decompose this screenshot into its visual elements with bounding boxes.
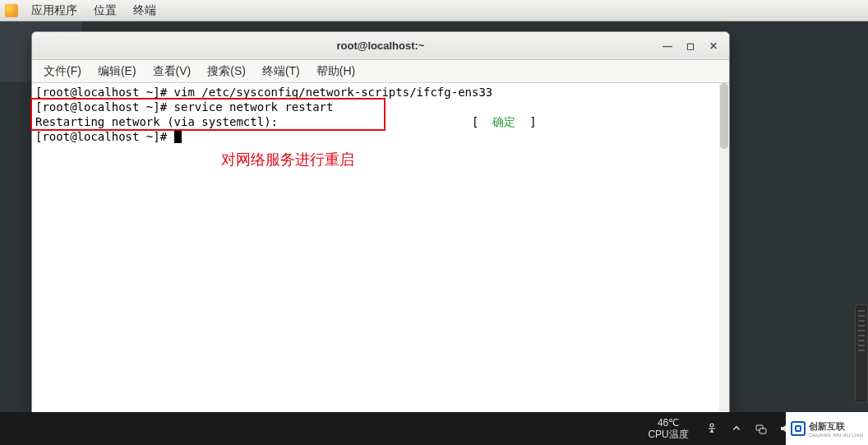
- terminal-window: root@localhost:~ — ◻ ✕ 文件(F) 编辑(E) 查看(V)…: [31, 31, 730, 443]
- chevron-up-icon[interactable]: [730, 422, 743, 435]
- temp-label: CPU温度: [648, 429, 688, 440]
- cpu-temp-widget[interactable]: 46℃ CPU温度: [648, 417, 688, 440]
- term-line-3: Restarting network (via systemctl): [ 确定…: [35, 114, 726, 129]
- menu-places[interactable]: 位置: [85, 3, 125, 18]
- watermark-text: 创新互联: [809, 420, 864, 433]
- window-titlebar[interactable]: root@localhost:~ — ◻ ✕: [32, 32, 729, 60]
- svg-rect-2: [760, 429, 766, 433]
- menu-edit[interactable]: 编辑(E): [90, 64, 145, 79]
- status-ok: 确定: [492, 115, 515, 128]
- svg-point-0: [710, 424, 713, 427]
- menu-view[interactable]: 查看(V): [145, 64, 200, 79]
- watermark-sub: CHUANG XIN HU LIAN: [809, 433, 864, 438]
- dock-handle[interactable]: [855, 304, 868, 403]
- temp-value: 46℃: [648, 417, 688, 429]
- menu-search[interactable]: 搜索(S): [199, 64, 254, 79]
- scroll-thumb[interactable]: [720, 83, 728, 149]
- cursor: [174, 131, 182, 143]
- watermark-logo-icon: [791, 421, 806, 436]
- menu-file[interactable]: 文件(F): [35, 64, 90, 79]
- close-button[interactable]: ✕: [708, 40, 719, 52]
- bottom-panel: 46℃ CPU温度 中 S 2: [0, 412, 868, 445]
- menu-terminal[interactable]: 终端: [125, 3, 164, 18]
- menu-terminal[interactable]: 终端(T): [254, 64, 308, 79]
- watermark: 创新互联 CHUANG XIN HU LIAN: [786, 412, 868, 445]
- menu-help[interactable]: 帮助(H): [308, 64, 363, 79]
- maximize-button[interactable]: ◻: [685, 40, 696, 52]
- terminal-menubar: 文件(F) 编辑(E) 查看(V) 搜索(S) 终端(T) 帮助(H): [32, 60, 729, 83]
- window-title: root@localhost:~: [337, 39, 425, 52]
- term-line-2: [root@localhost ~]# service network rest…: [35, 100, 726, 114]
- network-icon[interactable]: [755, 422, 768, 435]
- terminal-output[interactable]: [root@localhost ~]# vim /etc/sysconfig/n…: [32, 83, 729, 442]
- menu-applications[interactable]: 应用程序: [23, 3, 85, 18]
- term-line-1: [root@localhost ~]# vim /etc/sysconfig/n…: [35, 85, 726, 100]
- scrollbar[interactable]: [719, 83, 729, 442]
- accessibility-icon[interactable]: [705, 422, 718, 435]
- gnome-top-panel: 应用程序 位置 终端: [0, 0, 868, 21]
- applications-icon[interactable]: [5, 4, 18, 17]
- annotation-text: 对网络服务进行重启: [221, 152, 354, 167]
- minimize-button[interactable]: —: [662, 40, 673, 52]
- term-line-4: [root@localhost ~]#: [35, 129, 726, 144]
